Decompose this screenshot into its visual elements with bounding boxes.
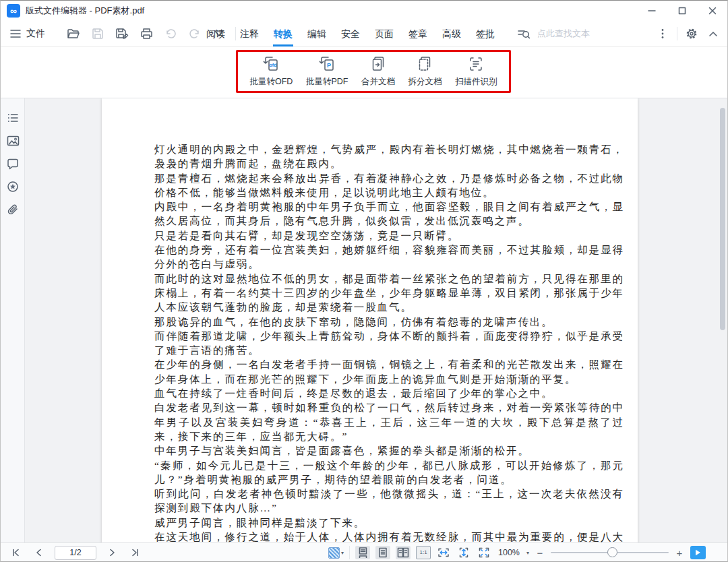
tool-label: 拆分文档 (408, 76, 442, 88)
merge-documents-icon (369, 55, 387, 73)
ribbon-convert-panel: ofd 批量转OFD P 批量转PDF 合并文档 (1, 46, 727, 98)
document-canvas: 灯火通明的内殿之中，金碧辉煌，气势威严，殿内有着长明灯燃烧，其中燃烧着一颗青石，… (25, 98, 727, 544)
paragraph: 在少年的身侧，一名白发老者手持一面铜镜，铜镜之上，有着柔和的光芒散发出来，照耀在… (154, 357, 624, 386)
main-area: 灯火通明的内殿之中，金碧辉煌，气势威严，殿内有着长明灯燃烧，其中燃烧着一颗青石，… (1, 98, 727, 544)
background-style-button[interactable]: ▾ (328, 547, 344, 559)
attachment-icon[interactable] (1, 198, 25, 221)
paragraph: 在这天地间，修行之道，始于人体，人体内拥有着无数经脉，而其中最为重要的，便是八大… (154, 530, 624, 544)
tool-label: 扫描件识别 (455, 76, 497, 88)
fit-width-icon[interactable] (436, 546, 451, 559)
split-document-button[interactable]: 拆分文档 (405, 54, 444, 89)
hatch-swatch-icon (328, 547, 340, 559)
undo-button[interactable] (162, 26, 179, 42)
tab-read[interactable]: 阅读 (205, 21, 226, 46)
page-number-input[interactable] (55, 546, 96, 560)
svg-text:P: P (327, 62, 331, 69)
pdf-page: 灯火通明的内殿之中，金碧辉煌，气势威严，殿内有着长明灯燃烧，其中燃烧着一颗青石，… (102, 98, 638, 544)
file-menu-button[interactable]: 文件 (10, 21, 45, 46)
view-divider (349, 546, 350, 559)
menu-bar: 文件 阅 (1, 21, 727, 46)
actual-size-icon[interactable]: 1:1 (416, 546, 431, 559)
zoom-slider[interactable] (551, 546, 669, 559)
save-button[interactable] (90, 26, 106, 42)
print-button[interactable] (138, 26, 154, 42)
redo-button[interactable] (187, 26, 203, 42)
close-button[interactable] (697, 1, 727, 21)
next-page-button[interactable] (106, 545, 119, 560)
annotation-red-box: ofd 批量转OFD P 批量转PDF 合并文档 (236, 50, 511, 93)
title-bar: ∞ 版式文件编辑器 - PDF素材.pdf (1, 1, 727, 21)
status-bar: ▾ 1:1 100 (1, 542, 727, 561)
find-text-placeholder: 点此查找文本 (537, 28, 590, 40)
merge-documents-button[interactable]: 合并文档 (359, 54, 398, 89)
tab-sign-approve[interactable]: 签批 (475, 21, 496, 46)
open-file-button[interactable] (65, 26, 82, 42)
tab-edit[interactable]: 编辑 (306, 21, 328, 46)
ribbon-tabs: 阅读 注释 转换 编辑 安全 页面 签章 高级 签批 (205, 21, 496, 46)
tab-page[interactable]: 页面 (373, 21, 395, 46)
tool-label: 批量转OFD (250, 76, 293, 88)
tab-advanced[interactable]: 高级 (441, 21, 462, 46)
batch-to-ofd-button[interactable]: ofd 批量转OFD (247, 54, 296, 89)
maximize-button[interactable] (667, 1, 697, 21)
paragraph: 血气在持续了一炷香时间后，终是尽数的退去，最后缩回了少年的掌心之中。 (154, 386, 624, 400)
paragraph: “秦师，如今元儿已是十三，一般这个年龄的少年，都已八脉成形，可以开始修炼了，那元… (154, 458, 624, 487)
settings-gear-icon[interactable] (684, 26, 699, 41)
zoom-level-value[interactable]: 100% (498, 548, 520, 557)
batch-to-pdf-button[interactable]: P 批量转PDF (303, 54, 351, 89)
page-navigation (9, 543, 142, 562)
last-page-button[interactable] (129, 545, 142, 560)
facing-pages-icon[interactable] (396, 546, 411, 559)
page-text: 灯火通明的内殿之中，金碧辉煌，气势威严，殿内有着长明灯燃烧，其中燃烧着一颗青石，… (154, 142, 624, 544)
more-options-icon[interactable] (655, 26, 670, 41)
stamp-icon[interactable] (1, 175, 25, 198)
minimize-button[interactable] (636, 1, 667, 21)
window-title: 版式文件编辑器 - PDF素材.pdf (26, 5, 144, 17)
paragraph: 白发老者见到这一幕，顿时如释重负的松了一口气，然后转过身来，对着一旁紧张等待的中… (154, 400, 624, 443)
single-page-icon[interactable] (375, 546, 390, 559)
paragraph: 灯火通明的内殿之中，金碧辉煌，气势威严，殿内有着长明灯燃烧，其中燃烧着一颗青石，… (154, 142, 624, 171)
scan-ocr-button[interactable]: 扫描件识别 (452, 54, 500, 89)
svg-text:ofd: ofd (270, 63, 277, 67)
tool-label: 批量转PDF (306, 76, 348, 88)
menu-bar-right (655, 21, 721, 46)
hamburger-icon (10, 29, 22, 38)
left-panel-bar (1, 98, 25, 544)
paragraph: 威严男子闻言，眼神同样是黯淡了下来。 (154, 516, 624, 530)
paragraph: 内殿中，一名身着明黄袍服的中年男子负手而立，他面容坚毅，眼目之间有着威严之气，显… (154, 199, 624, 228)
view-mode-group: ▾ 1:1 (328, 543, 491, 562)
tool-label: 合并文档 (361, 76, 395, 88)
continuous-scroll-icon[interactable] (355, 546, 370, 559)
previous-page-button[interactable] (32, 545, 45, 560)
tab-security[interactable]: 安全 (340, 21, 361, 46)
zoom-dropdown-caret-icon[interactable]: ▾ (526, 550, 529, 556)
actual-size-label: 1:1 (419, 550, 427, 555)
presentation-play-button[interactable] (690, 546, 706, 559)
save-as-button[interactable] (114, 26, 130, 42)
scan-ocr-icon (466, 55, 485, 73)
fit-page-icon[interactable] (477, 546, 491, 559)
zoom-out-button[interactable]: − (535, 547, 545, 559)
zoom-slider-knob[interactable] (607, 547, 617, 557)
vertical-scrollbar[interactable] (720, 108, 725, 330)
zoom-in-button[interactable]: + (674, 547, 685, 559)
fit-height-icon[interactable] (456, 546, 471, 559)
paragraph: 听到此问，白发老者神色顿时黯淡了一些，他微微摇头，道：“王上，这一次老夫依然没有… (154, 487, 624, 516)
split-document-icon (416, 55, 433, 73)
paragraph: 而伴随着那道龙啸，少年额头上青筋耸动，身体不断的颤抖着，面庞变得狰狞，似乎是承受… (154, 329, 624, 358)
image-icon[interactable] (1, 129, 25, 152)
find-text-box[interactable]: 点此查找文本 (517, 21, 590, 46)
play-icon (695, 549, 701, 556)
comment-icon[interactable] (1, 152, 25, 175)
outline-list-icon[interactable] (1, 106, 25, 129)
tab-signature[interactable]: 签章 (407, 21, 429, 46)
collapse-ribbon-icon[interactable] (706, 26, 721, 41)
paragraph: 那是青檀石，燃烧起来会释放出异香，有着凝神静心之效，乃是修炼时必备之物，不过此物… (154, 171, 624, 200)
dropdown-caret-icon: ▾ (341, 550, 344, 556)
paragraph: 而此时的这对显然地位不低的男女，都是面带着一丝紧张之色的望着前方，只见得在那里的… (154, 272, 624, 315)
tab-convert[interactable]: 转换 (272, 21, 294, 46)
zoom-controls: 100% ▾ − + (498, 543, 706, 562)
app-window: ∞ 版式文件编辑器 - PDF素材.pdf 文件 (0, 0, 728, 562)
first-page-button[interactable] (9, 545, 22, 560)
tab-annotate[interactable]: 注释 (239, 21, 260, 46)
